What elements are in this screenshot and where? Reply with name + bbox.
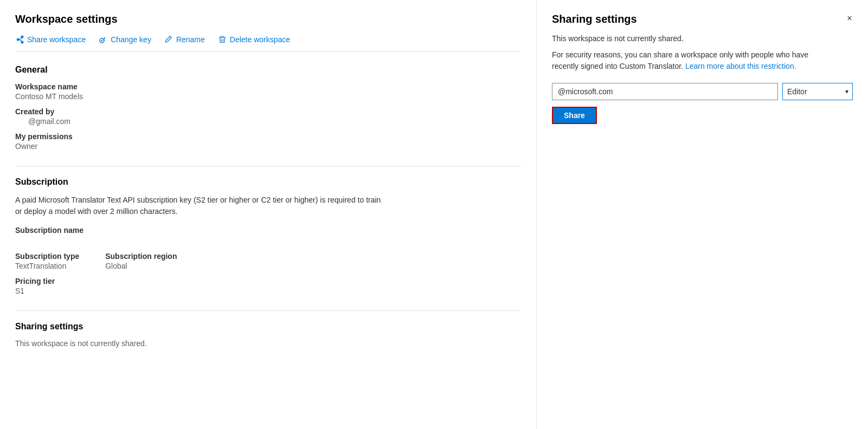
subscription-region-col: Subscription region Global	[105, 252, 177, 270]
delete-workspace-label: Delete workspace	[230, 35, 290, 44]
svg-rect-2	[219, 37, 226, 38]
subscription-section-title: Subscription	[15, 177, 521, 187]
my-permissions-value: Owner	[15, 142, 521, 151]
learn-more-link[interactable]: Learn more about this restriction.	[685, 62, 796, 70]
rename-label: Rename	[176, 35, 205, 44]
subscription-type-region-row: Subscription type TextTranslation Subscr…	[15, 252, 521, 270]
share-workspace-button[interactable]: Share workspace	[15, 35, 86, 44]
close-icon: ×	[847, 14, 852, 23]
share-button-label: Share	[564, 111, 585, 120]
subscription-region-label: Subscription region	[105, 252, 177, 261]
sharing-panel-title: Sharing settings	[552, 13, 853, 25]
section-divider-2	[15, 310, 521, 311]
subscription-name-value	[15, 236, 521, 245]
right-panel: Sharing settings × This workspace is not…	[537, 0, 868, 429]
share-workspace-label: Share workspace	[27, 35, 86, 44]
change-key-label: Change key	[111, 35, 151, 44]
change-key-icon	[99, 35, 107, 44]
rename-button[interactable]: Rename	[164, 35, 205, 44]
workspace-name-label: Workspace name	[15, 82, 521, 91]
section-divider-1	[15, 166, 521, 166]
my-permissions-label: My permissions	[15, 132, 521, 141]
close-button[interactable]: ×	[842, 11, 857, 26]
sharing-settings-status: This workspace is not currently shared.	[15, 339, 521, 348]
workspace-name-value: Contoso MT models	[15, 92, 521, 101]
subscription-type-col: Subscription type TextTranslation	[15, 252, 79, 270]
sharing-settings-section-title: Sharing settings	[15, 322, 521, 332]
subscription-section: Subscription A paid Microsoft Translator…	[15, 177, 521, 295]
rename-icon	[164, 35, 173, 44]
subscription-note: A paid Microsoft Translator Text API sub…	[15, 194, 384, 217]
share-button[interactable]: Share	[552, 107, 597, 124]
subscription-region-value: Global	[105, 262, 177, 270]
page-title: Workspace settings	[15, 13, 521, 25]
pricing-tier-label: Pricing tier	[15, 277, 521, 285]
pricing-tier-value: S1	[15, 287, 521, 295]
change-key-button[interactable]: Change key	[99, 35, 151, 44]
subscription-name-label: Subscription name	[15, 226, 521, 235]
share-row: Editor Viewer	[552, 83, 853, 100]
left-panel: Workspace settings Share workspace Chang…	[0, 0, 537, 429]
role-select-wrapper: Editor Viewer	[782, 83, 853, 100]
subscription-type-value: TextTranslation	[15, 262, 79, 270]
security-note: For security reasons, you can share a wo…	[552, 49, 823, 72]
delete-workspace-icon	[218, 35, 227, 44]
share-workspace-icon	[15, 35, 24, 44]
created-by-value: @gmail.com	[15, 117, 521, 126]
subscription-type-label: Subscription type	[15, 252, 79, 261]
role-select[interactable]: Editor Viewer	[782, 83, 853, 100]
general-section-title: General	[15, 65, 521, 75]
not-shared-text: This workspace is not currently shared.	[552, 34, 853, 43]
created-by-label: Created by	[15, 107, 521, 116]
delete-workspace-button[interactable]: Delete workspace	[218, 35, 290, 44]
sharing-settings-section: Sharing settings This workspace is not c…	[15, 322, 521, 348]
svg-point-1	[101, 40, 103, 42]
email-input[interactable]	[552, 83, 778, 100]
toolbar: Share workspace Change key Rename	[15, 35, 521, 52]
general-section: General Workspace name Contoso MT models…	[15, 65, 521, 151]
